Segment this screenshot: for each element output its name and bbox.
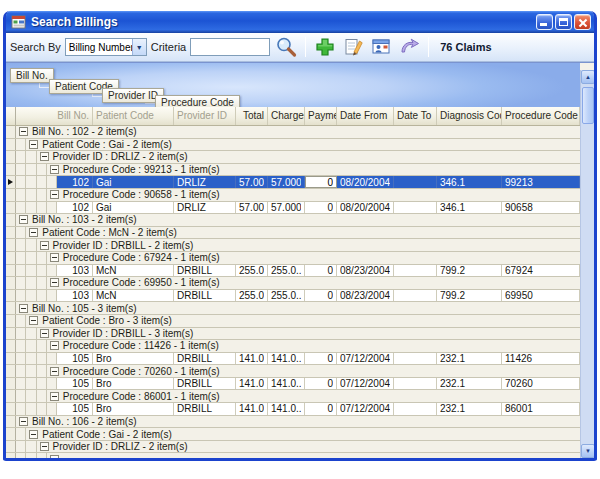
add-claim-icon[interactable]	[313, 35, 337, 59]
collapse-icon[interactable]	[29, 316, 38, 325]
cell-charges: 141.0...	[268, 403, 305, 415]
row-indicator	[6, 126, 16, 138]
submit-claim-icon[interactable]	[397, 35, 421, 59]
table-row[interactable]: 102GaiDRLIZ57.00...57.0000008/20/2004346…	[6, 176, 580, 189]
collapse-icon[interactable]	[19, 417, 28, 426]
scrollbar-thumb[interactable]	[582, 87, 594, 124]
maximize-button[interactable]	[555, 14, 572, 30]
search-billings-window: Search Billings Search By Billing Number…	[3, 11, 597, 461]
group-row-label: Bill No. : 105 - 3 item(s)	[32, 303, 136, 314]
cell-value: 255.0...	[271, 290, 301, 301]
column-header-date-from[interactable]: Date From	[337, 107, 394, 125]
collapse-icon[interactable]	[19, 127, 28, 136]
cell-bill: 103	[57, 265, 93, 277]
group-row[interactable]: Procedure Code : 67924 - 1 item(s)	[6, 252, 580, 265]
group-row[interactable]: Procedure Code : 99213 - 1 item(s)	[6, 164, 580, 177]
group-row[interactable]: Patient Code : Gai - 2 item(s)	[6, 428, 580, 441]
collapse-icon[interactable]	[29, 140, 38, 149]
group-box-procedure-code[interactable]: Procedure Code	[155, 95, 240, 107]
criteria-input[interactable]	[190, 38, 270, 56]
column-header-date-to[interactable]: Date To	[394, 107, 437, 125]
claim-report-icon[interactable]	[369, 35, 393, 59]
group-row[interactable]: Patient Code : Bro - 3 item(s)	[6, 315, 580, 328]
cell-patient: Bro	[93, 378, 174, 390]
column-header-total[interactable]: Total	[236, 107, 268, 125]
column-header-charges[interactable]: Charges	[268, 107, 305, 125]
collapse-icon[interactable]	[40, 152, 49, 161]
group-row[interactable]: Bill No. : 106 - 2 item(s)	[6, 416, 580, 429]
table-row[interactable]: 105BroDRBILL141.0...141.0...007/12/20042…	[6, 378, 580, 391]
column-header-bill-no[interactable]: Bill No.	[16, 107, 93, 125]
group-row[interactable]: Provider ID : DRBILL - 2 item(s)	[6, 239, 580, 252]
collapse-icon[interactable]	[50, 253, 59, 262]
collapse-icon[interactable]	[50, 341, 59, 350]
table-row[interactable]: 103McNDRBILL255.0...255.0...008/23/20047…	[6, 265, 580, 278]
group-row[interactable]: Provider ID : DRBILL - 3 item(s)	[6, 328, 580, 341]
search-icon[interactable]	[274, 35, 298, 59]
collapse-icon[interactable]	[50, 455, 59, 458]
group-row[interactable]: Provider ID : DRLIZ - 2 item(s)	[6, 441, 580, 454]
column-header-diagnosis-code[interactable]: Diagnosis Code	[437, 107, 502, 125]
cell-date_from: 08/23/2004	[337, 265, 394, 277]
edit-claim-icon[interactable]	[341, 35, 365, 59]
search-by-dropdown[interactable]: Billing Number ▼	[65, 38, 147, 56]
indent-strip	[37, 340, 47, 352]
cell-total: 255.0...	[236, 265, 268, 277]
scroll-down-icon[interactable]: ▼	[581, 444, 594, 458]
cell-value: 346.1	[440, 177, 498, 188]
collapse-icon[interactable]	[19, 215, 28, 224]
payment-editor[interactable]: 0	[305, 176, 337, 188]
cell-value: Bro	[96, 353, 170, 364]
collapse-icon[interactable]	[40, 241, 49, 250]
collapse-icon[interactable]	[50, 165, 59, 174]
vertical-scrollbar[interactable]: ▲ ▼	[580, 70, 594, 458]
cell-date_from: 08/20/2004	[337, 202, 394, 214]
collapse-icon[interactable]	[50, 367, 59, 376]
scroll-up-icon[interactable]: ▲	[581, 70, 594, 84]
collapse-icon[interactable]	[29, 228, 38, 237]
close-button[interactable]	[574, 14, 591, 30]
column-header-provider-id[interactable]: Provider ID	[174, 107, 236, 125]
collapse-icon[interactable]	[40, 442, 49, 451]
cell-value: 141.0...	[239, 403, 264, 414]
group-row[interactable]: Bill No. : 105 - 3 item(s)	[6, 302, 580, 315]
cell-patient: McN	[93, 265, 174, 277]
group-row-label: Provider ID : DRLIZ - 2 item(s)	[53, 151, 188, 162]
group-row[interactable]: Patient Code : McN - 2 item(s)	[6, 227, 580, 240]
collapse-icon[interactable]	[50, 392, 59, 401]
row-indicator	[6, 416, 16, 428]
column-header-payme[interactable]: Payme...	[305, 107, 337, 125]
group-row[interactable]: Procedure Code : 11426 - 1 item(s)	[6, 340, 580, 353]
collapse-icon[interactable]	[50, 278, 59, 287]
group-row[interactable]: Procedure Code : 69950 - 1 item(s)	[6, 277, 580, 290]
collapse-icon[interactable]	[40, 329, 49, 338]
cell-value: 07/12/2004	[340, 353, 390, 364]
minimize-button[interactable]	[536, 14, 553, 30]
column-header-patient-code[interactable]: Patient Code	[93, 107, 174, 125]
group-box-bill-no[interactable]: Bill No.	[10, 68, 54, 83]
table-row[interactable]: 105BroDRBILL141.0...141.0...007/12/20042…	[6, 353, 580, 366]
table-row[interactable]: 102GaiDRLIZ57.00...57.0000008/20/2004346…	[6, 202, 580, 215]
table-row[interactable]: 105BroDRBILL141.0...141.0...007/12/20042…	[6, 403, 580, 416]
collapse-icon[interactable]	[19, 304, 28, 313]
group-row[interactable]	[6, 453, 580, 458]
cell-value: McN	[96, 265, 170, 276]
cell-patient: McN	[93, 290, 174, 302]
group-row[interactable]: Bill No. : 102 - 2 item(s)	[6, 126, 580, 139]
table-row[interactable]: 103McNDRBILL255.0...255.0...008/23/20047…	[6, 290, 580, 303]
group-row[interactable]: Procedure Code : 70260 - 1 item(s)	[6, 365, 580, 378]
group-row[interactable]: Patient Code : Gai - 2 item(s)	[6, 139, 580, 152]
collapse-icon[interactable]	[29, 430, 38, 439]
collapse-icon[interactable]	[50, 190, 59, 199]
group-row[interactable]: Procedure Code : 90658 - 1 item(s)	[6, 189, 580, 202]
row-indicator	[6, 315, 16, 327]
title-bar[interactable]: Search Billings	[6, 11, 594, 33]
group-row[interactable]: Bill No. : 103 - 2 item(s)	[6, 214, 580, 227]
chevron-down-icon[interactable]: ▼	[132, 39, 146, 55]
cell-value: 69950	[505, 290, 576, 301]
group-row[interactable]: Provider ID : DRLIZ - 2 item(s)	[6, 151, 580, 164]
indent-strip	[16, 315, 26, 327]
group-row[interactable]: Procedure Code : 86001 - 1 item(s)	[6, 390, 580, 403]
column-header-procedure-code[interactable]: Procedure Code	[502, 107, 580, 125]
indent-strip	[16, 277, 26, 289]
